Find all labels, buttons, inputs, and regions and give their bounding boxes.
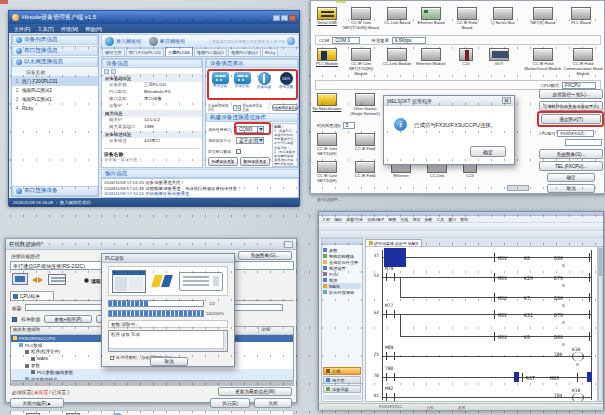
- speed-field[interactable]: 9.6Kbps: [392, 37, 426, 44]
- mov-instruction[interactable]: MOV K9 D80: [494, 332, 590, 341]
- got-icon[interactable]: [489, 48, 509, 61]
- row-checkbox[interactable]: [31, 357, 35, 361]
- mov-instruction[interactable]: MOV K8 D80: [494, 253, 590, 262]
- sidebar-group-serial[interactable]: 串口连接信息: [12, 46, 98, 56]
- mov-instruction[interactable]: MOV K7 D80: [494, 293, 590, 302]
- cc-ie-field-board-icon[interactable]: [457, 7, 477, 20]
- mel-ok-button[interactable]: 确定: [470, 146, 506, 157]
- route-label[interactable]: CC IE Field: [347, 147, 383, 152]
- device-row-4[interactable]: 4 Ricky: [12, 104, 98, 113]
- pc-if-label[interactable]: Ethernet Board: [415, 21, 447, 26]
- melsoft-close-button[interactable]: [502, 97, 511, 104]
- project-tree-item[interactable]: 软元件存储器: [323, 289, 361, 295]
- ladder-vscrollbar[interactable]: [598, 246, 603, 402]
- pc-if-label[interactable]: CC IE Cont NET(T/10(H)) Board: [343, 21, 379, 31]
- ethernet-board-icon[interactable]: [421, 7, 441, 20]
- prop-row[interactable]: 网关真实端口 1989: [102, 124, 202, 131]
- pc-if-label[interactable]: Serial USB: [311, 21, 343, 26]
- project-tree-item[interactable]: 全局软元件注释: [323, 259, 361, 265]
- com-port-field[interactable]: COM 3: [332, 37, 360, 44]
- transfer-ok-button[interactable]: 确定: [547, 173, 595, 182]
- mov-instruction[interactable]: MOV K31 D79: [494, 310, 590, 319]
- plc-module-icon[interactable]: [317, 48, 337, 61]
- reconnect-checkbox[interactable]: [236, 149, 241, 154]
- prop-row[interactable]: PLC型号 Mitsubishi-FX: [102, 89, 202, 96]
- cc-ie-field-master-icon[interactable]: [533, 48, 553, 61]
- gx-menu-item[interactable]: 搜索/替换: [346, 217, 363, 222]
- gx-menu-item[interactable]: 工程: [322, 217, 330, 222]
- gx-menu-item[interactable]: 调试: [412, 217, 420, 222]
- menu-tools[interactable]: 工具(T): [37, 26, 53, 32]
- co-route-label[interactable]: CC-Link: [421, 174, 453, 179]
- plc-if-label[interactable]: C24: [453, 62, 479, 67]
- serial-port-select[interactable]: COM3: [236, 126, 258, 133]
- prop-row[interactable]: 接口类型 串口连接: [102, 96, 202, 103]
- execute-button[interactable]: 执行(E): [210, 398, 250, 408]
- net2-board-icon[interactable]: [533, 7, 553, 20]
- melsoft-titlebar[interactable]: MELSOFT 应用程序: [384, 96, 514, 106]
- prop-group-desc[interactable]: 设备描述信息: [102, 131, 202, 138]
- leave-network-button[interactable]: 断开网络组: [149, 37, 185, 46]
- gx-menu-item[interactable]: 窗口: [448, 217, 456, 222]
- route-cc-ie-field-icon[interactable]: [355, 133, 375, 146]
- row-checkbox[interactable]: [31, 370, 35, 374]
- prop-group-gateway[interactable]: 网关信息: [102, 110, 202, 117]
- cpu-module-tab[interactable]: CPU模块: [10, 291, 54, 300]
- cc-ie-field-head-icon[interactable]: [573, 48, 593, 61]
- gx-menu-item[interactable]: 在线: [400, 217, 408, 222]
- cpu-mode-field[interactable]: FXCPU: [562, 82, 596, 89]
- plc-if-label[interactable]: GOT: [483, 62, 515, 67]
- pc-if-label[interactable]: CC IE Field Board: [451, 21, 483, 31]
- autoclose-checkbox[interactable]: [110, 356, 114, 360]
- categorize-icon[interactable]: [111, 69, 116, 74]
- contact-symbol[interactable]: [386, 273, 395, 281]
- ladder-cursor[interactable]: [384, 248, 406, 267]
- serial-usb-icon[interactable]: [317, 7, 337, 20]
- interval-input[interactable]: 10: [233, 105, 242, 111]
- co-route-label[interactable]: CC IE Field: [349, 174, 381, 179]
- no-specification-icon[interactable]: [317, 93, 337, 106]
- device-row-3[interactable]: 3 海南PLC测试1: [12, 95, 98, 104]
- pc-if-label[interactable]: PLC Board: [565, 21, 597, 26]
- param-program-button[interactable]: 参数+程序(P): [44, 315, 92, 323]
- coil-symbol[interactable]: [572, 352, 584, 361]
- prop-row[interactable]: 设备描述 422串口: [102, 138, 202, 145]
- nav-tab-connection[interactable]: 连接目标: [323, 385, 361, 393]
- cc-ie-cont-module-icon[interactable]: [351, 48, 371, 61]
- delete-channel-button[interactable]: 删除连接通道: [240, 157, 270, 166]
- coil-symbol[interactable]: [572, 393, 584, 402]
- pc-if-label[interactable]: NET(II) Board: [527, 21, 559, 26]
- prop-row[interactable]: 设备IP: [102, 103, 202, 110]
- sys-image-button[interactable]: 系统图像(G)...: [238, 251, 292, 260]
- menu-help[interactable]: 帮助(H): [85, 26, 102, 32]
- sidebar-group-bottom[interactable]: 串口连接设备: [12, 186, 98, 196]
- row-checkbox[interactable]: [25, 364, 29, 368]
- related-functions-button[interactable]: 关联功能(F)▲: [10, 398, 64, 408]
- close-button[interactable]: [289, 15, 296, 21]
- co-route-label[interactable]: CC IE Cont NET/10(H): [311, 174, 343, 184]
- close-dialog-button[interactable]: 关闭: [254, 398, 292, 408]
- ladder-editor[interactable]: 47 53 64 75 78 81 MOV K8 D80 0 M79 MOV K…: [365, 246, 598, 402]
- cc-ie-cont-board-icon[interactable]: [351, 7, 371, 20]
- plc-if-label[interactable]: CC IE Cont NET(T/10(H)) Module: [343, 62, 379, 76]
- contact-symbol[interactable]: [386, 393, 395, 401]
- device-row-2[interactable]: 2 海南PLC测试2: [12, 86, 98, 95]
- transfer-cancel-button[interactable]: 取消: [547, 184, 595, 193]
- communication-test-button[interactable]: 通信测试(T): [541, 114, 601, 124]
- ethernet-module-icon[interactable]: [421, 48, 441, 61]
- user-avatar-icon[interactable]: [287, 37, 295, 45]
- co-cc-ie-cont-icon[interactable]: [317, 161, 337, 173]
- prop-row[interactable]: 设备名称 三菱PLC01: [102, 82, 202, 89]
- prop-group-basic[interactable]: 设备基础信息: [102, 75, 202, 82]
- other-station-single-icon[interactable]: [355, 93, 375, 106]
- time-check-field[interactable]: 5: [343, 122, 355, 129]
- plc-if-label[interactable]: PLC Module: [311, 62, 343, 67]
- other-station-label[interactable]: Other Station (Single Network): [347, 107, 383, 117]
- connect-mode-select[interactable]: 蓝牙连接: [236, 137, 258, 144]
- sort-az-icon[interactable]: [104, 69, 109, 74]
- gx-menu-item[interactable]: 视图: [388, 217, 396, 222]
- join-network-button[interactable]: 接入网络组: [105, 37, 141, 46]
- nav-tab-project[interactable]: 工程: [323, 367, 361, 375]
- tab-hainan-test2[interactable]: 海南PLC测试2: [194, 48, 227, 56]
- tab-siemens200plc01[interactable]: 西门子200PLC01: [126, 48, 164, 56]
